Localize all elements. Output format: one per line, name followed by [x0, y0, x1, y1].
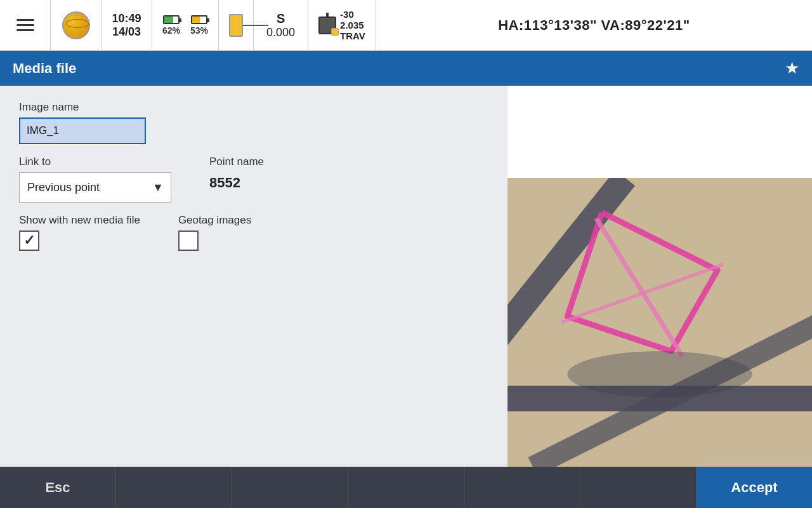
geotag-label: Geotag images: [178, 214, 251, 227]
instrument-section: -30 2.035 TRAV: [308, 0, 376, 51]
battery2-icon: [191, 15, 207, 24]
titlebar: Media file ★: [0, 51, 812, 86]
battery1-pct: 62%: [162, 25, 180, 36]
accept-button[interactable]: Accept: [697, 467, 812, 508]
form-panel: Image name Link to Previous point ▼ Poin…: [0, 86, 508, 467]
point-name-value: 8552: [209, 175, 264, 191]
coords-section: HA:113°13'38" VA:89°22'21": [376, 0, 812, 51]
image-name-input[interactable]: [19, 117, 146, 144]
geotag-group: Geotag images: [178, 214, 251, 251]
battery1-icon: [163, 15, 180, 24]
esc-button[interactable]: Esc: [0, 467, 116, 508]
instr-num3: TRAV: [340, 30, 365, 41]
date-display: 14/03: [112, 25, 141, 39]
globe-section: [51, 0, 102, 51]
battery2-pct: 53%: [190, 25, 208, 36]
aerial-image: [508, 178, 812, 467]
link-to-dropdown[interactable]: Previous point ▼: [19, 172, 171, 203]
image-name-label: Image name: [19, 101, 488, 114]
image-panel: [508, 86, 812, 467]
battery1-fill: [164, 17, 173, 23]
instr-num1: -30: [340, 9, 365, 20]
datetime-section: 10:49 14/03: [102, 0, 152, 51]
bottom-btn-6[interactable]: [580, 467, 697, 508]
battery2-fill: [192, 17, 200, 23]
coords-display: HA:113°13'38" VA:89°22'21": [498, 17, 690, 34]
bottombar: Esc Accept: [0, 467, 812, 508]
battery2: 53%: [190, 15, 208, 36]
svg-point-7: [567, 351, 752, 398]
hamburger-icon: [16, 19, 34, 31]
show-with-checkbox-row: [19, 231, 140, 251]
instrument-nums: -30 2.035 TRAV: [340, 9, 365, 41]
device-body: [229, 14, 243, 37]
bottom-btn-4[interactable]: [348, 467, 464, 508]
instrument-icon-wrapper: [318, 17, 336, 34]
time-display: 10:49: [112, 12, 141, 25]
instr-num2: 2.035: [340, 20, 365, 30]
main-content: Image name Link to Previous point ▼ Poin…: [0, 86, 812, 467]
link-point-row: Link to Previous point ▼ Point name 8552: [19, 156, 488, 203]
batteries-section: 62% 53%: [152, 0, 219, 51]
checkboxes-row: Show with new media file Geotag images: [19, 214, 488, 251]
point-name-label: Point name: [209, 156, 264, 168]
image-placeholder-top: [508, 86, 812, 178]
link-to-group: Link to Previous point ▼: [19, 156, 171, 203]
lock-badge-icon: [331, 28, 339, 36]
instrument-body-icon: [318, 17, 336, 34]
image-container: [508, 178, 812, 467]
chevron-down-icon: ▼: [145, 172, 171, 203]
page-title: Media file: [13, 60, 76, 77]
show-with-checkbox[interactable]: [19, 231, 39, 251]
bottom-btn-2[interactable]: [116, 467, 232, 508]
s-value: 0.000: [266, 26, 295, 39]
link-to-label: Link to: [19, 156, 171, 168]
s-label: S: [277, 11, 285, 26]
menu-button[interactable]: [0, 0, 51, 51]
globe-icon: [62, 11, 90, 39]
show-with-label: Show with new media file: [19, 214, 140, 227]
link-to-value: Previous point: [20, 181, 145, 194]
bottom-btn-5[interactable]: [464, 467, 580, 508]
show-with-group: Show with new media file: [19, 214, 140, 251]
device-section: [219, 0, 254, 51]
image-name-group: Image name: [19, 101, 488, 144]
battery1: 62%: [162, 15, 180, 36]
bottom-btn-3[interactable]: [232, 467, 348, 508]
star-button[interactable]: ★: [785, 58, 799, 78]
device-line: [243, 25, 268, 26]
geotag-checkbox[interactable]: [178, 231, 199, 251]
geotag-checkbox-row: [178, 231, 251, 251]
point-name-group: Point name 8552: [209, 156, 264, 203]
device-icon: [229, 14, 243, 37]
topbar: 10:49 14/03 62% 53% S 0.000: [0, 0, 812, 51]
